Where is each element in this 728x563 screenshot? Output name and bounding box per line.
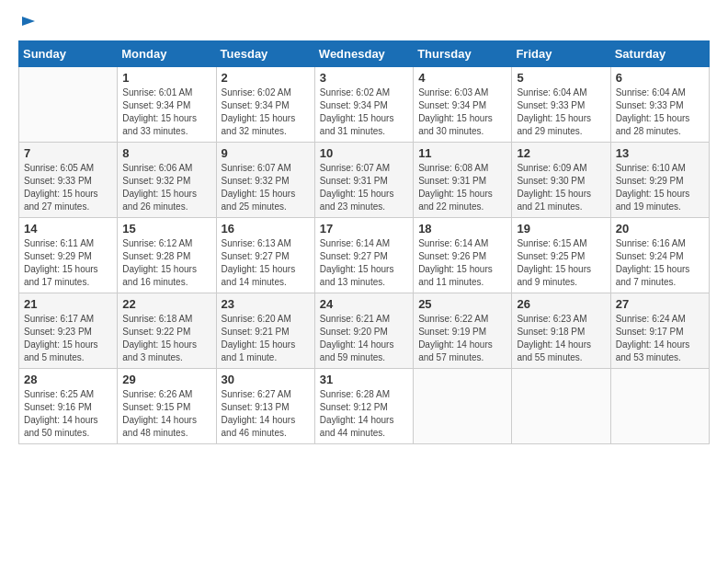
calendar-cell: 5Sunrise: 6:04 AM Sunset: 9:33 PM Daylig…	[512, 67, 610, 143]
day-number: 3	[320, 71, 408, 85]
week-row-2: 7Sunrise: 6:05 AM Sunset: 9:33 PM Daylig…	[19, 143, 710, 218]
day-number: 7	[24, 146, 112, 160]
day-number: 5	[517, 71, 605, 85]
day-info: Sunrise: 6:04 AM Sunset: 9:33 PM Dayligh…	[616, 86, 704, 138]
day-number: 8	[122, 146, 210, 160]
day-info: Sunrise: 6:20 AM Sunset: 9:21 PM Dayligh…	[222, 313, 310, 364]
day-number: 9	[222, 146, 310, 160]
calendar-cell: 26Sunrise: 6:23 AM Sunset: 9:18 PM Dayli…	[512, 293, 610, 369]
calendar-cell: 30Sunrise: 6:27 AM Sunset: 9:13 PM Dayli…	[216, 369, 314, 444]
day-number: 2	[222, 71, 310, 85]
calendar-cell: 9Sunrise: 6:07 AM Sunset: 9:32 PM Daylig…	[216, 143, 314, 218]
calendar-cell: 31Sunrise: 6:28 AM Sunset: 9:12 PM Dayli…	[314, 369, 413, 444]
day-number: 23	[222, 297, 310, 311]
logo	[18, 18, 37, 31]
day-number: 30	[222, 373, 310, 386]
calendar-cell: 6Sunrise: 6:04 AM Sunset: 9:33 PM Daylig…	[610, 67, 709, 143]
calendar-cell: 24Sunrise: 6:21 AM Sunset: 9:20 PM Dayli…	[314, 293, 413, 369]
day-info: Sunrise: 6:07 AM Sunset: 9:32 PM Dayligh…	[222, 162, 310, 213]
weekday-header-monday: Monday	[118, 41, 216, 67]
day-info: Sunrise: 6:22 AM Sunset: 9:19 PM Dayligh…	[418, 313, 506, 364]
calendar-cell: 10Sunrise: 6:07 AM Sunset: 9:31 PM Dayli…	[314, 143, 413, 218]
day-info: Sunrise: 6:18 AM Sunset: 9:22 PM Dayligh…	[122, 313, 210, 364]
calendar-cell: 20Sunrise: 6:16 AM Sunset: 9:24 PM Dayli…	[610, 218, 709, 293]
day-number: 28	[24, 373, 112, 386]
day-info: Sunrise: 6:27 AM Sunset: 9:13 PM Dayligh…	[222, 388, 310, 440]
calendar-cell: 8Sunrise: 6:06 AM Sunset: 9:32 PM Daylig…	[118, 143, 216, 218]
calendar-cell: 13Sunrise: 6:10 AM Sunset: 9:29 PM Dayli…	[610, 143, 709, 218]
day-number: 12	[517, 146, 605, 160]
weekday-header-saturday: Saturday	[610, 41, 709, 67]
day-number: 20	[616, 222, 704, 236]
calendar-cell: 11Sunrise: 6:08 AM Sunset: 9:31 PM Dayli…	[414, 143, 512, 218]
day-number: 21	[24, 297, 112, 311]
day-number: 14	[24, 222, 112, 236]
calendar-cell: 4Sunrise: 6:03 AM Sunset: 9:34 PM Daylig…	[414, 67, 512, 143]
calendar-cell: 12Sunrise: 6:09 AM Sunset: 9:30 PM Dayli…	[512, 143, 610, 218]
day-number: 6	[616, 71, 704, 85]
day-info: Sunrise: 6:12 AM Sunset: 9:28 PM Dayligh…	[122, 237, 210, 289]
day-number: 1	[122, 71, 210, 85]
day-number: 4	[418, 71, 506, 85]
day-info: Sunrise: 6:24 AM Sunset: 9:17 PM Dayligh…	[616, 313, 704, 364]
calendar-cell: 23Sunrise: 6:20 AM Sunset: 9:21 PM Dayli…	[216, 293, 314, 369]
calendar-cell: 29Sunrise: 6:26 AM Sunset: 9:15 PM Dayli…	[118, 369, 216, 444]
day-info: Sunrise: 6:16 AM Sunset: 9:24 PM Dayligh…	[616, 237, 704, 289]
weekday-header-wednesday: Wednesday	[314, 41, 413, 67]
day-number: 18	[418, 222, 506, 236]
day-number: 16	[222, 222, 310, 236]
day-number: 24	[320, 297, 408, 311]
calendar-cell	[512, 369, 610, 444]
calendar-cell: 22Sunrise: 6:18 AM Sunset: 9:22 PM Dayli…	[118, 293, 216, 369]
day-number: 31	[320, 373, 408, 386]
day-number: 13	[616, 146, 704, 160]
weekday-header-friday: Friday	[512, 41, 610, 67]
weekday-header-row: SundayMondayTuesdayWednesdayThursdayFrid…	[19, 41, 710, 67]
day-info: Sunrise: 6:15 AM Sunset: 9:25 PM Dayligh…	[517, 237, 605, 289]
day-info: Sunrise: 6:02 AM Sunset: 9:34 PM Dayligh…	[222, 86, 310, 138]
day-info: Sunrise: 6:07 AM Sunset: 9:31 PM Dayligh…	[320, 162, 408, 213]
day-info: Sunrise: 6:13 AM Sunset: 9:27 PM Dayligh…	[222, 237, 310, 289]
svg-marker-0	[22, 17, 35, 26]
day-info: Sunrise: 6:06 AM Sunset: 9:32 PM Dayligh…	[122, 162, 210, 213]
day-info: Sunrise: 6:09 AM Sunset: 9:30 PM Dayligh…	[517, 162, 605, 213]
week-row-3: 14Sunrise: 6:11 AM Sunset: 9:29 PM Dayli…	[19, 218, 710, 293]
logo-flag-icon	[20, 15, 37, 31]
week-row-4: 21Sunrise: 6:17 AM Sunset: 9:23 PM Dayli…	[19, 293, 710, 369]
day-info: Sunrise: 6:05 AM Sunset: 9:33 PM Dayligh…	[24, 162, 112, 213]
calendar-cell	[19, 67, 118, 143]
calendar-cell	[414, 369, 512, 444]
day-info: Sunrise: 6:04 AM Sunset: 9:33 PM Dayligh…	[517, 86, 605, 138]
day-number: 15	[122, 222, 210, 236]
calendar-cell: 19Sunrise: 6:15 AM Sunset: 9:25 PM Dayli…	[512, 218, 610, 293]
week-row-5: 28Sunrise: 6:25 AM Sunset: 9:16 PM Dayli…	[19, 369, 710, 444]
day-number: 11	[418, 146, 506, 160]
day-number: 25	[418, 297, 506, 311]
day-number: 27	[616, 297, 704, 311]
day-info: Sunrise: 6:21 AM Sunset: 9:20 PM Dayligh…	[320, 313, 408, 364]
calendar-cell: 17Sunrise: 6:14 AM Sunset: 9:27 PM Dayli…	[314, 218, 413, 293]
day-info: Sunrise: 6:14 AM Sunset: 9:26 PM Dayligh…	[418, 237, 506, 289]
day-number: 22	[122, 297, 210, 311]
calendar-table: SundayMondayTuesdayWednesdayThursdayFrid…	[18, 40, 710, 444]
calendar-cell: 25Sunrise: 6:22 AM Sunset: 9:19 PM Dayli…	[414, 293, 512, 369]
calendar-cell: 18Sunrise: 6:14 AM Sunset: 9:26 PM Dayli…	[414, 218, 512, 293]
calendar-cell: 3Sunrise: 6:02 AM Sunset: 9:34 PM Daylig…	[314, 67, 413, 143]
day-info: Sunrise: 6:23 AM Sunset: 9:18 PM Dayligh…	[517, 313, 605, 364]
calendar-cell: 16Sunrise: 6:13 AM Sunset: 9:27 PM Dayli…	[216, 218, 314, 293]
day-info: Sunrise: 6:28 AM Sunset: 9:12 PM Dayligh…	[320, 388, 408, 440]
calendar-cell: 7Sunrise: 6:05 AM Sunset: 9:33 PM Daylig…	[19, 143, 118, 218]
day-number: 19	[517, 222, 605, 236]
calendar-cell: 2Sunrise: 6:02 AM Sunset: 9:34 PM Daylig…	[216, 67, 314, 143]
day-info: Sunrise: 6:11 AM Sunset: 9:29 PM Dayligh…	[24, 237, 112, 289]
day-info: Sunrise: 6:25 AM Sunset: 9:16 PM Dayligh…	[24, 388, 112, 440]
header	[18, 18, 710, 31]
day-number: 29	[122, 373, 210, 386]
calendar-cell: 14Sunrise: 6:11 AM Sunset: 9:29 PM Dayli…	[19, 218, 118, 293]
day-info: Sunrise: 6:01 AM Sunset: 9:34 PM Dayligh…	[122, 86, 210, 138]
day-info: Sunrise: 6:14 AM Sunset: 9:27 PM Dayligh…	[320, 237, 408, 289]
calendar-cell: 15Sunrise: 6:12 AM Sunset: 9:28 PM Dayli…	[118, 218, 216, 293]
day-info: Sunrise: 6:03 AM Sunset: 9:34 PM Dayligh…	[418, 86, 506, 138]
day-number: 26	[517, 297, 605, 311]
day-info: Sunrise: 6:17 AM Sunset: 9:23 PM Dayligh…	[24, 313, 112, 364]
